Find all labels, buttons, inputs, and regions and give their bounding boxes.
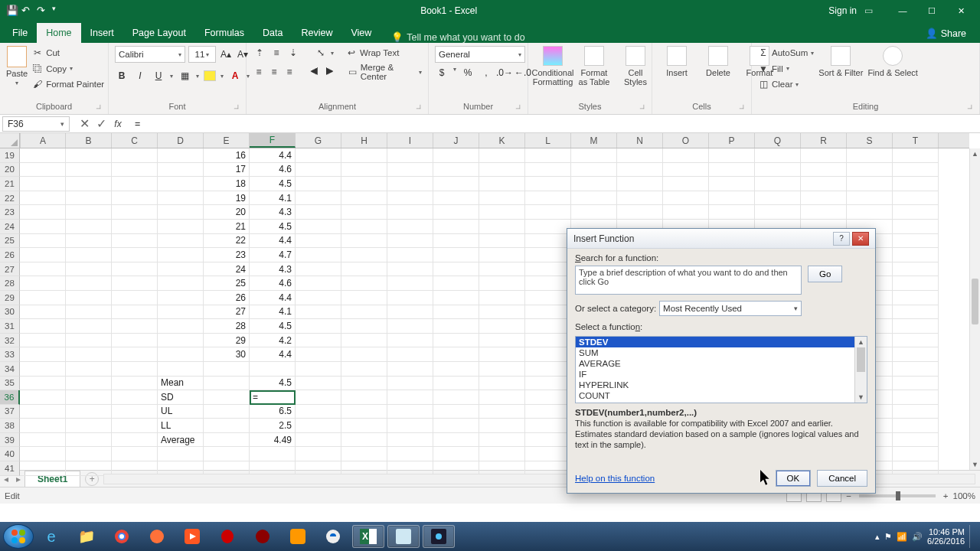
column-header[interactable]: Q (755, 133, 801, 148)
cell[interactable] (341, 377, 387, 391)
cell[interactable]: 27 (204, 305, 250, 320)
cell[interactable] (341, 148, 387, 163)
cell[interactable] (341, 362, 387, 377)
cell[interactable] (158, 347, 204, 362)
cell[interactable] (847, 177, 893, 191)
cell[interactable] (479, 305, 525, 320)
cell[interactable] (341, 276, 387, 291)
cell[interactable] (112, 148, 158, 163)
cell[interactable] (709, 148, 755, 163)
cell[interactable] (296, 220, 341, 234)
cell[interactable] (158, 276, 204, 291)
cell[interactable] (847, 205, 893, 220)
align-bottom-icon[interactable]: ⇣ (286, 46, 300, 60)
cell[interactable] (433, 248, 479, 262)
cell[interactable] (66, 262, 112, 277)
cell[interactable] (158, 205, 204, 220)
align-top-icon[interactable]: ⇡ (253, 46, 266, 60)
category-combo[interactable]: Most Recently Used▾ (659, 301, 802, 316)
cell[interactable] (250, 447, 296, 461)
cell[interactable] (158, 262, 204, 277)
copy-button[interactable]: ⿻Copy▾ (32, 62, 104, 77)
cell[interactable] (479, 291, 525, 305)
taskbar-app3-icon[interactable] (317, 525, 349, 548)
cell[interactable] (341, 419, 387, 433)
cell[interactable] (158, 291, 204, 305)
cell[interactable] (847, 148, 893, 163)
cell[interactable] (66, 305, 112, 320)
cell[interactable] (296, 347, 341, 362)
cell[interactable] (479, 234, 525, 249)
cell[interactable] (433, 148, 479, 163)
column-header[interactable]: A (20, 133, 66, 148)
fill-color-button[interactable] (204, 70, 216, 81)
fill-button[interactable]: ▼Fill▾ (758, 62, 814, 77)
tray-flag-icon[interactable]: ⚑ (884, 532, 892, 542)
cell[interactable]: 4.5 (250, 177, 296, 191)
find-select-button[interactable]: Find & Select (867, 46, 917, 77)
cell[interactable] (525, 405, 571, 419)
row-header[interactable]: 35 (0, 377, 20, 391)
scroll-thumb[interactable] (972, 279, 978, 324)
cell[interactable] (709, 191, 755, 206)
enter-formula-button[interactable]: ✓ (93, 116, 109, 132)
cell[interactable] (387, 205, 433, 220)
cell[interactable] (296, 405, 341, 419)
cell[interactable]: 4.4 (250, 234, 296, 249)
cell[interactable] (755, 205, 801, 220)
row-header[interactable]: 25 (0, 234, 20, 249)
percent-icon[interactable]: % (461, 66, 475, 80)
cell[interactable] (571, 205, 617, 220)
cell[interactable] (296, 377, 341, 391)
cell[interactable] (158, 305, 204, 320)
cell[interactable] (525, 319, 571, 334)
cell[interactable] (112, 248, 158, 262)
cell[interactable] (525, 248, 571, 262)
increase-font-icon[interactable]: A▴ (219, 47, 233, 61)
save-icon[interactable]: 💾 (6, 5, 17, 16)
cell[interactable] (433, 191, 479, 206)
cell[interactable] (20, 262, 66, 277)
cell[interactable]: 4.5 (250, 220, 296, 234)
cell[interactable] (893, 390, 939, 405)
cell[interactable] (571, 177, 617, 191)
cell[interactable] (204, 405, 250, 419)
taskbar-app1-icon[interactable] (176, 525, 208, 548)
cell[interactable] (66, 405, 112, 419)
cell[interactable] (525, 390, 571, 405)
cell[interactable] (20, 377, 66, 391)
cell[interactable] (20, 319, 66, 334)
cell[interactable]: Mean (158, 377, 204, 391)
row-header[interactable]: 19 (0, 148, 20, 163)
cell[interactable] (20, 234, 66, 249)
cell[interactable] (66, 319, 112, 334)
cell[interactable] (341, 191, 387, 206)
function-list-item[interactable]: IF (576, 369, 867, 380)
row-header[interactable]: 24 (0, 220, 20, 234)
cell[interactable] (66, 362, 112, 377)
cell[interactable] (433, 447, 479, 461)
taskbar-excel-icon[interactable]: X (352, 525, 384, 548)
cell[interactable] (847, 191, 893, 206)
cell[interactable] (341, 248, 387, 262)
cell[interactable]: 18 (204, 177, 250, 191)
cell[interactable] (801, 205, 847, 220)
cell[interactable] (893, 262, 939, 277)
cell[interactable] (755, 191, 801, 206)
column-header[interactable]: M (571, 133, 617, 148)
format-as-table-button[interactable]: Format as Table (576, 46, 612, 86)
cell[interactable] (296, 362, 341, 377)
cell[interactable] (296, 447, 341, 461)
cell[interactable]: 4.4 (250, 291, 296, 305)
borders-button[interactable]: ▦ (178, 69, 191, 83)
cell[interactable] (479, 419, 525, 433)
function-list-item[interactable]: MAX (576, 401, 867, 403)
cell[interactable] (341, 334, 387, 348)
column-header[interactable]: B (66, 133, 112, 148)
italic-button[interactable]: I (133, 69, 147, 83)
cell[interactable]: LL (158, 419, 204, 433)
cell[interactable] (112, 390, 158, 405)
cell[interactable] (433, 177, 479, 191)
scroll-thumb[interactable] (857, 347, 865, 372)
column-headers[interactable]: ABCDEFGHIJKLMNOPQRST (20, 133, 969, 148)
